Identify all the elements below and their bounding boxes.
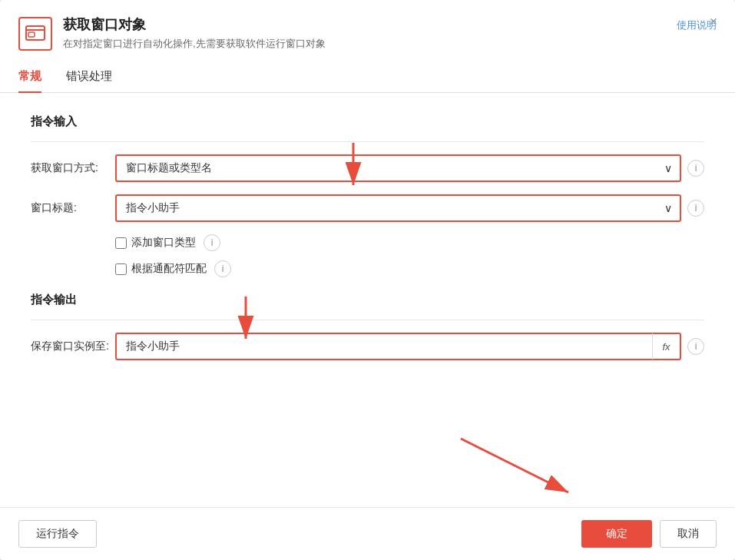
add-window-type-checkbox[interactable] — [115, 237, 127, 249]
window-method-value: 窗口标题或类型名 — [126, 161, 212, 175]
input-divider — [31, 141, 704, 142]
tab-error-handling[interactable]: 错误处理 — [66, 63, 112, 93]
input-section-title: 指令输入 — [31, 114, 704, 129]
info-icon-3: i — [211, 237, 214, 248]
tabs-container: 常规 错误处理 — [0, 63, 735, 93]
close-button[interactable]: × — [704, 12, 723, 31]
window-method-control: 窗口标题或类型名 ∨ i — [115, 154, 704, 182]
fx-button[interactable]: fx — [652, 333, 680, 360]
footer: 运行指令 确定 取消 — [0, 507, 735, 560]
wildcard-match-checkbox[interactable] — [115, 263, 127, 275]
window-title-control: 指令小助手 ∨ i — [115, 194, 704, 222]
footer-right: 确定 取消 — [581, 520, 717, 548]
dialog-title: 获取窗口对象 — [63, 15, 677, 34]
save-instance-input-wrapper: fx — [115, 333, 681, 360]
window-icon — [18, 17, 52, 51]
window-title-label: 窗口标题: — [31, 201, 115, 215]
content-area: 指令输入 获取窗口方式: 窗口标题或类型名 ∨ i 窗口标题: — [0, 93, 735, 507]
window-title-select[interactable]: 指令小助手 ∨ — [115, 194, 681, 222]
dialog: 获取窗口对象 在对指定窗口进行自动化操作,先需要获取软件运行窗口对象 使用说明 … — [0, 0, 735, 560]
cancel-button[interactable]: 取消 — [660, 520, 717, 548]
title-text: 获取窗口对象 在对指定窗口进行自动化操作,先需要获取软件运行窗口对象 — [63, 15, 677, 51]
window-method-select[interactable]: 窗口标题或类型名 ∨ — [115, 154, 681, 182]
window-title-row: 窗口标题: 指令小助手 ∨ i — [31, 194, 704, 222]
info-icon-4: i — [222, 263, 224, 274]
add-window-type-info-button[interactable]: i — [204, 234, 220, 251]
input-section: 指令输入 获取窗口方式: 窗口标题或类型名 ∨ i 窗口标题: — [31, 114, 704, 277]
window-method-label: 获取窗口方式: — [31, 161, 115, 175]
window-title-value: 指令小助手 — [126, 201, 180, 215]
info-icon-5: i — [695, 341, 697, 352]
window-method-row: 获取窗口方式: 窗口标题或类型名 ∨ i — [31, 154, 704, 182]
fx-icon: fx — [662, 341, 670, 353]
wildcard-match-row: 根据通配符匹配 i — [31, 260, 704, 277]
svg-rect-2 — [28, 32, 35, 37]
chevron-down-icon: ∨ — [664, 162, 672, 174]
output-divider — [31, 320, 704, 320]
add-window-type-label: 添加窗口类型 — [131, 236, 196, 250]
wildcard-match-label: 根据通配符匹配 — [131, 262, 207, 276]
run-button[interactable]: 运行指令 — [18, 520, 97, 548]
info-icon-2: i — [695, 203, 697, 214]
confirm-button[interactable]: 确定 — [581, 520, 652, 548]
save-instance-info-button[interactable]: i — [687, 338, 704, 355]
output-section-title: 指令输出 — [31, 293, 704, 307]
tab-general[interactable]: 常规 — [18, 63, 41, 93]
save-instance-input[interactable] — [117, 340, 652, 353]
chevron-down-icon-2: ∨ — [664, 202, 672, 214]
info-icon: i — [695, 163, 697, 174]
wildcard-match-info-button[interactable]: i — [214, 260, 231, 277]
save-instance-row: 保存窗口实例至: fx i — [31, 333, 704, 360]
save-instance-control: fx i — [115, 333, 704, 360]
output-section: 指令输出 保存窗口实例至: fx i — [31, 293, 704, 360]
dialog-subtitle: 在对指定窗口进行自动化操作,先需要获取软件运行窗口对象 — [63, 37, 677, 51]
title-bar: 获取窗口对象 在对指定窗口进行自动化操作,先需要获取软件运行窗口对象 使用说明 … — [0, 0, 735, 63]
save-instance-label: 保存窗口实例至: — [31, 340, 115, 353]
window-title-info-button[interactable]: i — [687, 200, 704, 217]
add-window-type-row: 添加窗口类型 i — [31, 234, 704, 251]
window-method-info-button[interactable]: i — [687, 160, 704, 177]
